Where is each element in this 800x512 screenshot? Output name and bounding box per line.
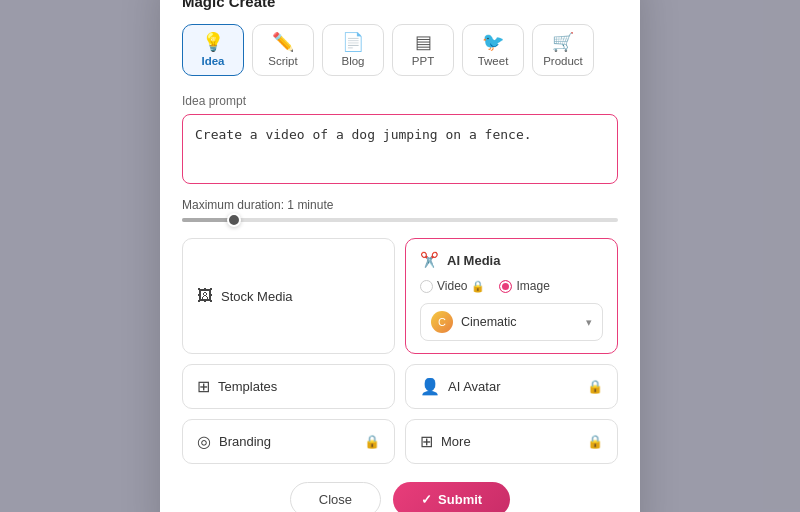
video-radio-circle[interactable] [420, 280, 433, 293]
product-icon: 🛒 [552, 33, 574, 51]
duration-label: Maximum duration: 1 minute [182, 198, 618, 212]
close-button[interactable]: Close [290, 482, 381, 512]
more-lock-icon: 🔒 [587, 434, 603, 449]
video-lock-icon: 🔒 [471, 280, 485, 293]
duration-slider-track[interactable] [182, 218, 618, 222]
tab-tweet[interactable]: 🐦 Tweet [462, 24, 524, 76]
ai-avatar-lock-icon: 🔒 [587, 379, 603, 394]
overlay: Magic Create 💡 Idea ✏️ Script 📄 Blog ▤ P… [0, 0, 800, 512]
bottom-cards-row: ⊞ Templates 👤 AI Avatar 🔒 ◎ Branding 🔒 ⊞… [182, 364, 618, 464]
media-card-grid: 🖼 Stock Media ✂️ AI Media Video 🔒 [182, 238, 618, 354]
branding-icon: ◎ [197, 432, 211, 451]
stock-media-icon: 🖼 [197, 287, 213, 305]
script-icon: ✏️ [272, 33, 294, 51]
more-icon: ⊞ [420, 432, 433, 451]
blog-icon: 📄 [342, 33, 364, 51]
modal-footer: Close ✓ Submit [182, 482, 618, 512]
chevron-down-icon: ▾ [586, 316, 592, 329]
ai-avatar-icon: 👤 [420, 377, 440, 396]
tab-blog[interactable]: 📄 Blog [322, 24, 384, 76]
branding-card[interactable]: ◎ Branding 🔒 [182, 419, 395, 464]
ai-media-card[interactable]: ✂️ AI Media Video 🔒 Image [405, 238, 618, 354]
tab-row: 💡 Idea ✏️ Script 📄 Blog ▤ PPT 🐦 Tweet 🛒 [182, 24, 618, 76]
idea-prompt-label: Idea prompt [182, 94, 618, 108]
stock-media-card[interactable]: 🖼 Stock Media [182, 238, 395, 354]
tab-product[interactable]: 🛒 Product [532, 24, 594, 76]
ppt-icon: ▤ [415, 33, 432, 51]
image-radio-item[interactable]: Image [499, 279, 549, 293]
style-select[interactable]: C Cinematic ▾ [420, 303, 603, 341]
check-icon: ✓ [421, 492, 432, 507]
ai-avatar-card[interactable]: 👤 AI Avatar 🔒 [405, 364, 618, 409]
tab-script[interactable]: ✏️ Script [252, 24, 314, 76]
image-radio-circle[interactable] [499, 280, 512, 293]
tab-ppt[interactable]: ▤ PPT [392, 24, 454, 76]
branding-lock-icon: 🔒 [364, 434, 380, 449]
idea-icon: 💡 [202, 33, 224, 51]
templates-icon: ⊞ [197, 377, 210, 396]
templates-card[interactable]: ⊞ Templates [182, 364, 395, 409]
submit-button[interactable]: ✓ Submit [393, 482, 510, 512]
ai-media-radio-row: Video 🔒 Image [420, 279, 603, 293]
idea-prompt-input[interactable] [182, 114, 618, 184]
style-avatar: C [431, 311, 453, 333]
ai-media-icon: ✂️ [420, 251, 439, 269]
modal-container: Magic Create 💡 Idea ✏️ Script 📄 Blog ▤ P… [160, 0, 640, 512]
modal-title: Magic Create [182, 0, 618, 10]
video-radio-item[interactable]: Video 🔒 [420, 279, 485, 293]
tweet-icon: 🐦 [482, 33, 504, 51]
more-card[interactable]: ⊞ More 🔒 [405, 419, 618, 464]
tab-idea[interactable]: 💡 Idea [182, 24, 244, 76]
slider-thumb[interactable] [227, 213, 241, 227]
